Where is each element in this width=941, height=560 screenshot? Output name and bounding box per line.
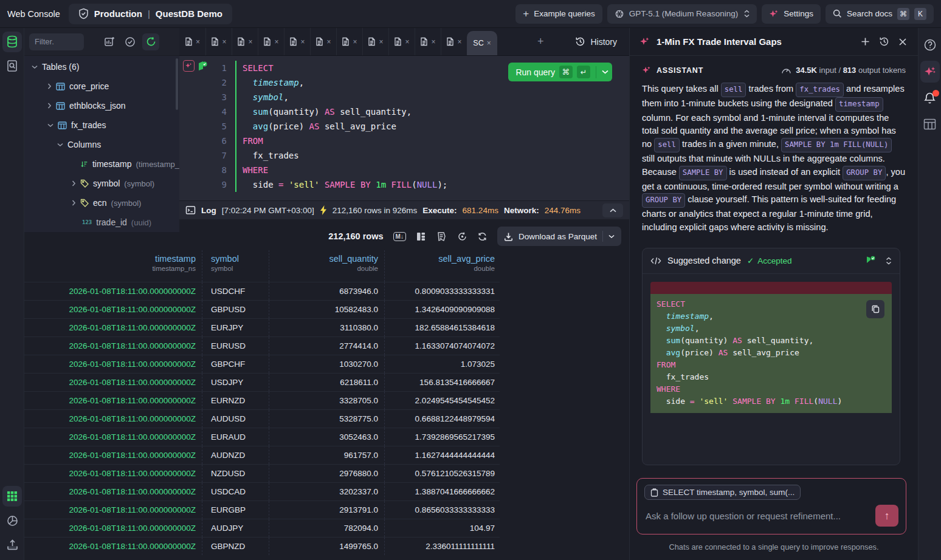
search-docs-button[interactable]: Search docs ⌘ K (826, 4, 934, 24)
tree-item-fx-trades[interactable]: fx_trades (24, 115, 179, 135)
code-line: 6FROM (179, 134, 629, 148)
results-grid[interactable]: timestamptimestamp_ns symbolsymbol sell_… (24, 250, 500, 555)
tree-item-symbol[interactable]: symbol(symbol) (24, 174, 179, 193)
send-button[interactable]: ↑ (875, 505, 898, 527)
new-tab-button[interactable]: + (534, 35, 548, 49)
column-layout-icon[interactable] (416, 231, 426, 242)
table-row[interactable]: 2026-01-08T18:11:00.000000000ZGBPUSD1058… (24, 300, 500, 318)
close-icon[interactable]: × (300, 38, 305, 46)
model-selector[interactable]: GPT-5.1 (Medium Reasoning) (607, 4, 757, 24)
close-icon[interactable]: × (457, 38, 461, 46)
table-cell: 2026-01-08T18:11:00.000000000Z (24, 483, 202, 500)
close-icon[interactable]: × (248, 38, 252, 46)
chat-history-button[interactable] (878, 35, 891, 48)
collapse-results-button[interactable] (602, 203, 623, 217)
editor-tab[interactable]: × (336, 28, 362, 55)
editor-tab[interactable]: × (232, 28, 258, 55)
query-plan-icon[interactable] (436, 231, 447, 242)
column-header-symbol[interactable]: symbolsymbol (202, 250, 269, 282)
table-row[interactable]: 2026-01-08T18:11:00.000000000ZEURJPY3110… (24, 318, 500, 336)
attached-query-chip[interactable]: SELECT timestamp, symbol, sum(... (644, 485, 801, 500)
check-circle-icon[interactable] (122, 33, 139, 50)
ai-assistant-icon[interactable] (920, 61, 940, 83)
editor-tab[interactable]: × (415, 28, 441, 55)
table-row[interactable]: 2026-01-08T18:11:00.000000000ZEURAUD3052… (24, 428, 500, 446)
tree-item-columns[interactable]: Columns (24, 135, 179, 154)
tree-item-trade-id[interactable]: 123trade_id(uuid) (24, 213, 179, 232)
followup-input[interactable] (644, 510, 869, 522)
metrics-panel-icon[interactable] (920, 114, 940, 134)
tables-panel-icon[interactable] (2, 32, 22, 52)
environment-badge[interactable]: Production | QuestDB Demo (69, 4, 232, 24)
refresh-results-icon[interactable] (477, 231, 488, 242)
tree-item-core-price[interactable]: core_price (24, 77, 179, 96)
tree-item-ecn[interactable]: ecn(symbol) (24, 193, 179, 213)
download-options-chevron-icon[interactable] (608, 234, 615, 239)
run-options-chevron-icon[interactable] (602, 70, 608, 74)
editor-tab-active[interactable]: SC × (467, 31, 497, 55)
markdown-copy-icon[interactable]: M↓ (393, 232, 406, 241)
editor-tab[interactable]: × (205, 28, 232, 55)
chart-panel-icon[interactable] (2, 510, 22, 531)
editor-tab[interactable]: × (284, 28, 310, 55)
collapse-expand-icon[interactable] (886, 257, 892, 265)
tree-item-ethblocks-json[interactable]: ethblocks_json (24, 96, 179, 115)
editor-tab[interactable]: × (441, 28, 467, 55)
chevron-down-icon (57, 143, 63, 147)
chat-input-box[interactable]: SELECT timestamp, symbol, sum(... ↑ (636, 478, 906, 534)
new-chat-button[interactable] (860, 36, 871, 47)
table-row[interactable]: 2026-01-08T18:11:00.000000000ZAUDNZD9617… (24, 446, 500, 464)
table-cell: 2026-01-08T18:11:00.000000000Z (24, 428, 202, 446)
run-query-button[interactable]: Run query ⌘ ↵ (508, 63, 612, 81)
editor-tab[interactable]: × (362, 28, 388, 55)
filter-input[interactable] (29, 33, 84, 50)
table-row[interactable]: 2026-01-08T18:11:00.000000000ZAUDJPY7820… (24, 519, 500, 537)
close-icon[interactable]: × (405, 38, 409, 46)
add-materialized-view-icon[interactable] (101, 33, 118, 50)
download-parquet-button[interactable]: Download as Parquet (497, 227, 621, 246)
column-header-timestamp[interactable]: timestamptimestamp_ns (24, 250, 202, 282)
table-row[interactable]: 2026-01-08T18:11:00.000000000ZGBPCHF1030… (24, 355, 500, 373)
table-row[interactable]: 2026-01-08T18:11:00.000000000ZEURGBP2913… (24, 500, 500, 519)
close-icon[interactable]: × (431, 38, 435, 46)
editor-tab[interactable]: × (388, 28, 415, 55)
column-header-sell-quantity[interactable]: sell_quantitydouble (269, 250, 385, 282)
copy-code-button[interactable] (866, 300, 884, 318)
refresh-tables-icon[interactable] (142, 33, 159, 50)
editor-tab[interactable]: × (258, 28, 284, 55)
editor-tab[interactable]: × (179, 28, 205, 55)
refresh-timer-icon[interactable] (457, 231, 467, 242)
table-row[interactable]: 2026-01-08T18:11:00.000000000ZEURNZD3328… (24, 391, 500, 409)
close-icon[interactable]: × (196, 38, 200, 46)
table-row[interactable]: 2026-01-08T18:11:00.000000000ZUSDCHF6873… (24, 282, 500, 300)
history-button[interactable]: History (571, 36, 621, 47)
settings-button[interactable]: Settings (762, 4, 821, 24)
example-queries-button[interactable]: + Example queries (515, 4, 602, 24)
table-row[interactable]: 2026-01-08T18:11:00.000000000ZAUDUSD5328… (24, 409, 500, 428)
notifications-bell-icon[interactable] (920, 89, 940, 108)
help-icon[interactable] (920, 35, 940, 55)
tree-scrollbar[interactable] (176, 58, 178, 110)
column-header-sell-avg-price[interactable]: sell_avg_pricedouble (385, 250, 500, 282)
table-row[interactable]: 2026-01-08T18:11:00.000000000ZGBPNZD1499… (24, 537, 500, 555)
close-icon[interactable]: × (274, 38, 278, 46)
close-icon[interactable]: × (379, 38, 383, 46)
table-row[interactable]: 2026-01-08T18:11:00.000000000ZUSDCAD3202… (24, 482, 500, 500)
sql-editor[interactable]: 1SELECT2 timestamp,3 symbol,4 sum(quanti… (179, 56, 629, 200)
close-chat-button[interactable] (897, 36, 908, 47)
close-icon[interactable]: × (222, 38, 226, 46)
result-grid-icon[interactable] (2, 486, 22, 507)
table-row[interactable]: 2026-01-08T18:11:00.000000000ZNZDUSD2976… (24, 464, 500, 482)
table-row[interactable]: 2026-01-08T18:11:00.000000000ZUSDJPY6218… (24, 373, 500, 391)
left-rail-bottom (0, 482, 24, 555)
editor-tab[interactable]: × (310, 28, 336, 55)
close-icon[interactable]: × (353, 38, 357, 46)
tree-item-timestamp[interactable]: timestamp(timestamp_ (24, 154, 179, 174)
tree-item-tables-6-[interactable]: Tables (6) (24, 57, 179, 77)
close-icon[interactable]: × (326, 38, 331, 46)
query-log-icon[interactable] (2, 56, 22, 77)
table-row[interactable]: 2026-01-08T18:11:00.000000000ZEURUSD2774… (24, 336, 500, 355)
close-icon[interactable]: × (487, 39, 491, 47)
table-cell: 10582483.0 (269, 301, 385, 318)
import-icon[interactable] (2, 534, 22, 555)
